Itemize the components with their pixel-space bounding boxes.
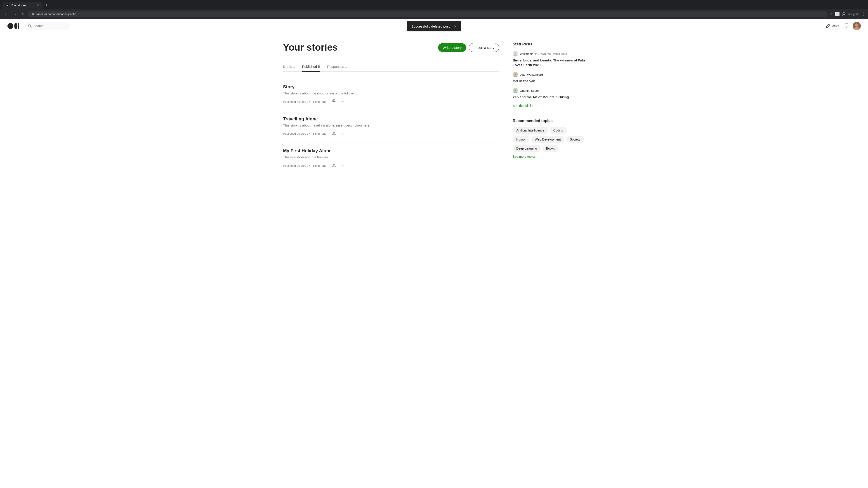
incognito-icon — [842, 12, 846, 16]
content-area: Your stories Write a story Import a stor… — [283, 42, 499, 175]
see-more-topics-link[interactable]: See more topics — [513, 155, 585, 158]
story-meta: Published on Dec 27 · 1 min read — [283, 130, 499, 137]
staff-pick-item: Wikimedia in Down the Rabbit Hole Birds,… — [513, 51, 585, 67]
share-icon — [332, 131, 336, 135]
svg-point-11 — [342, 101, 343, 101]
topic-tag[interactable]: Society — [566, 136, 584, 143]
extensions-icon[interactable]: ⬜ — [835, 11, 840, 17]
pick-title[interactable]: Birds, bugs, and beauty: The winners of … — [513, 58, 585, 67]
story-share-button[interactable] — [331, 98, 337, 105]
search-bar[interactable]: Search — [24, 22, 70, 30]
story-meta: Published on Dec 27 · 1 min read — [283, 162, 499, 169]
reload-button[interactable]: ↻ — [20, 11, 26, 18]
story-title[interactable]: Story — [283, 84, 499, 90]
browser-chrome: Your stories × + ← → ↻ medium.com/me/sto… — [0, 0, 868, 19]
browser-menu-icon[interactable]: ⋮ — [861, 11, 865, 17]
svg-point-15 — [342, 133, 343, 133]
story-title[interactable]: My First Holiday Alone — [283, 148, 499, 153]
tab-favicon — [5, 4, 9, 7]
pick-author-name[interactable]: Wikimedia — [520, 52, 533, 56]
story-more-button[interactable] — [340, 98, 345, 105]
svg-point-10 — [341, 101, 342, 101]
write-story-button[interactable]: Write a story — [438, 43, 466, 52]
story-description: This story is about travelling alone, in… — [283, 123, 499, 128]
bookmark-icon[interactable]: ☆ — [829, 11, 833, 17]
svg-point-22 — [515, 53, 516, 54]
browser-tab-active[interactable]: Your stories × — [2, 2, 42, 8]
banner-close-button[interactable]: × — [454, 24, 457, 28]
svg-rect-13 — [332, 134, 336, 135]
pick-title[interactable]: Get in the Van. — [513, 78, 585, 84]
import-story-button[interactable]: Import a story — [469, 43, 499, 52]
new-tab-button[interactable]: + — [43, 2, 50, 9]
story-more-button[interactable] — [340, 130, 345, 137]
svg-point-19 — [342, 165, 343, 165]
tab-responses[interactable]: Responses 1 — [327, 62, 347, 72]
story-publish-info: Published on Dec 27 · 1 min read — [283, 132, 327, 135]
more-options-icon — [340, 131, 344, 135]
address-bar[interactable]: medium.com/me/stories/public — [28, 11, 828, 17]
topic-tag[interactable]: Coding — [550, 127, 567, 134]
topic-tag[interactable]: Books — [542, 145, 559, 152]
pick-avatar — [513, 72, 518, 77]
pick-author: Quentin Septer — [513, 88, 585, 93]
svg-point-26 — [515, 89, 516, 91]
avatar-image — [852, 22, 861, 30]
notification-bell-icon[interactable] — [844, 23, 849, 29]
tab-published[interactable]: Published 5 — [302, 62, 320, 72]
svg-point-5 — [18, 23, 19, 29]
svg-rect-1 — [32, 14, 34, 15]
staff-pick-item: Quentin Septer Zen and the Art of Mounta… — [513, 88, 585, 99]
topic-tag[interactable]: Artificial Intelligence — [513, 127, 548, 134]
story-share-button[interactable] — [331, 130, 337, 137]
tab-drafts[interactable]: Drafts 1 — [283, 62, 295, 72]
svg-point-3 — [7, 23, 13, 29]
share-icon — [332, 99, 336, 103]
pick-author-name[interactable]: Joan Westenberg — [520, 73, 543, 76]
write-button[interactable]: Write — [826, 24, 839, 28]
story-publish-info: Published on Dec 27 · 1 min read — [283, 100, 327, 103]
incognito-badge: Incognito — [842, 12, 860, 16]
sidebar: Staff Picks Wikimedia in Down the Rabbit… — [513, 42, 585, 175]
medium-logo[interactable] — [7, 23, 19, 29]
story-item: Travelling Alone This story is about tra… — [283, 111, 499, 143]
pick-author: Joan Westenberg — [513, 72, 585, 77]
incognito-label: Incognito — [847, 12, 860, 16]
story-share-button[interactable] — [331, 162, 337, 169]
write-label: Write — [832, 24, 839, 28]
pick-avatar — [513, 51, 518, 57]
write-icon — [826, 24, 830, 28]
svg-point-18 — [341, 165, 342, 165]
story-tabs: Drafts 1 Published 5 Responses 1 — [283, 62, 499, 72]
staff-pick-item: Joan Westenberg Get in the Van. — [513, 72, 585, 84]
forward-button[interactable]: → — [11, 11, 18, 18]
see-full-list-link[interactable]: See the full list — [513, 104, 585, 107]
topic-tag[interactable]: Humor — [513, 136, 529, 143]
svg-line-7 — [31, 27, 31, 28]
story-description: This is a story about a holiday — [283, 155, 499, 160]
medium-header: Search Successfully deleted post. × Writ… — [0, 19, 868, 33]
pick-avatar — [513, 88, 518, 93]
story-title[interactable]: Travelling Alone — [283, 116, 499, 122]
pick-author-name[interactable]: Quentin Septer — [520, 89, 539, 92]
topic-tag[interactable]: Web Development — [531, 136, 564, 143]
lock-icon — [31, 12, 35, 15]
tab-close-button[interactable]: × — [37, 4, 39, 7]
url-text: medium.com/me/stories/public — [36, 12, 76, 16]
svg-point-9 — [855, 24, 858, 27]
page-title: Your stories — [283, 42, 438, 53]
topic-tag[interactable]: Deep Learning — [513, 145, 541, 152]
svg-point-24 — [515, 73, 516, 75]
pick-title[interactable]: Zen and the Art of Mountain Biking — [513, 95, 585, 99]
more-options-icon — [340, 163, 344, 167]
story-item: My First Holiday Alone This is a story a… — [283, 143, 499, 175]
header-actions: Write a story Import a story — [438, 43, 499, 52]
story-actions — [331, 130, 345, 137]
svg-point-12 — [344, 101, 344, 101]
user-avatar[interactable] — [852, 22, 861, 30]
svg-point-4 — [14, 23, 18, 29]
notification-message: Successfully deleted post. — [411, 24, 451, 28]
story-more-button[interactable] — [340, 162, 345, 169]
page-header: Your stories Write a story Import a stor… — [283, 42, 499, 53]
back-button[interactable]: ← — [3, 11, 9, 18]
